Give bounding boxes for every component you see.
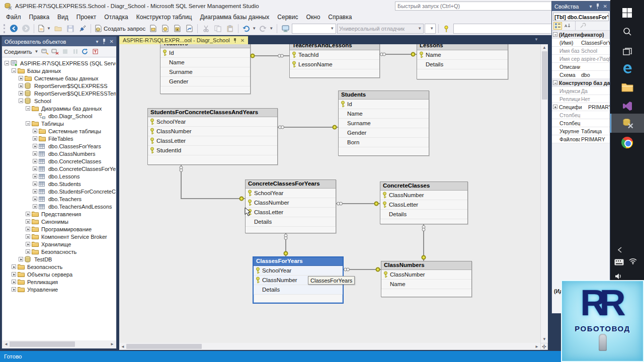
menu-item-9[interactable]: Окно — [302, 13, 324, 22]
tree-item-dbo-teachers[interactable]: dbo.Teachers — [3, 195, 116, 203]
table-field-gender[interactable]: Gender — [160, 77, 250, 86]
dropdown-icon[interactable]: ▼ — [47, 26, 51, 31]
table-field-schoolyear[interactable]: SchoolYear — [246, 189, 336, 198]
table-field-classnumber[interactable]: ClassNumber — [148, 127, 277, 136]
tree-item-компонент-service-broker[interactable]: Компонент Service Broker — [3, 233, 116, 240]
undo-button[interactable]: ▼ — [241, 23, 257, 34]
tree-item-aspire-r7-sqlexpress-sql-server-13-0-1[interactable]: ASPIRE-R7\SQLEXPRESS (SQL Server 13.0.1 — [3, 59, 116, 67]
tree-item-dbo-studentsforconcreteclassesandyears[interactable]: dbo.StudentsForConcreteClassesAndYears — [3, 188, 116, 195]
table-field-classletter[interactable]: ClassLetter — [148, 136, 277, 146]
expand-icon[interactable] — [26, 219, 30, 224]
expand-icon[interactable] — [26, 212, 30, 216]
diagram-table-lessons[interactable]: LessonsNameDetails — [417, 44, 508, 79]
tree-item-системные-таблицы[interactable]: Системные таблицы — [3, 127, 116, 135]
save-button[interactable] — [65, 23, 76, 34]
expand-icon[interactable] — [26, 242, 30, 246]
expand-icon[interactable] — [553, 105, 557, 109]
expand-icon[interactable] — [19, 76, 23, 80]
forward-button[interactable] — [20, 23, 31, 34]
expand-icon[interactable] — [33, 204, 37, 209]
table-field-studentid[interactable]: StudentId — [148, 146, 277, 155]
paste-button[interactable] — [224, 23, 235, 34]
table-field-classnumber[interactable]: ClassNumber — [381, 270, 471, 280]
alphabetical-sort-icon[interactable]: А — [564, 22, 572, 30]
expand-icon[interactable] — [33, 166, 37, 171]
property-section-конструктор-баз-данн[interactable]: Конструктор баз данн — [552, 79, 610, 87]
table-field-id[interactable]: Id — [160, 48, 250, 58]
property-row-описани[interactable]: Описани — [552, 63, 610, 71]
taskbar-search-icon[interactable] — [610, 22, 644, 41]
tray-keyboard-icon[interactable] — [614, 258, 624, 267]
menu-item-5[interactable]: Отладка — [100, 13, 132, 22]
connect-button[interactable]: Соединить — [4, 49, 32, 55]
tree-item-filetables[interactable]: FileTables — [3, 135, 116, 142]
property-row-специфи[interactable]: СпецифиPRIMARY — [552, 103, 610, 111]
menu-item-10[interactable]: Справка — [324, 13, 356, 22]
tree-item-dbo-students[interactable]: dbo.Students — [3, 180, 116, 188]
menu-item-3[interactable]: Вид — [53, 13, 72, 22]
scroll-left-icon[interactable]: ◄ — [119, 344, 126, 349]
new-file-button[interactable]: ▼ — [37, 23, 52, 34]
connect-dropdown-icon[interactable]: ▼ — [35, 49, 39, 54]
collapse-icon[interactable] — [26, 121, 30, 126]
dropdown-icon[interactable]: ▼ — [252, 26, 256, 31]
property-row-файлова[interactable]: ФайловаPRIMARY — [552, 135, 610, 143]
toolbar-combo-empty[interactable]: ▼ — [292, 24, 336, 34]
object-explorer-hscrollbar[interactable]: ◄ ► — [3, 340, 116, 348]
scroll-down-icon[interactable]: ▼ — [541, 336, 548, 343]
dropdown-icon[interactable]: ▼ — [269, 26, 273, 31]
tree-item-dbo-concreteclassesforyears[interactable]: dbo.ConcreteClassesForYears — [3, 165, 116, 172]
collapse-icon[interactable] — [553, 80, 557, 85]
scroll-right-icon[interactable]: ► — [109, 342, 116, 346]
table-field-name[interactable]: Name — [160, 58, 250, 67]
tree-item-dbo-teachersandlessons[interactable]: dbo.TeachersAndLessons — [3, 203, 116, 210]
table-field-details[interactable]: Details — [380, 210, 467, 219]
toolbar-grip[interactable] — [4, 24, 6, 33]
collapse-icon[interactable] — [553, 32, 557, 37]
table-field-classnumber[interactable]: ClassNumber — [380, 191, 467, 200]
tree-item-безопасность[interactable]: Безопасность — [3, 248, 116, 255]
expand-icon[interactable] — [33, 151, 37, 156]
table-field-name[interactable]: Name — [417, 50, 508, 60]
expand-icon[interactable] — [26, 227, 30, 231]
table-field-classletter[interactable]: ClassLetter — [380, 200, 467, 210]
tree-item-таблицы[interactable]: Таблицы — [3, 120, 116, 127]
table-field-schoolyear[interactable]: SchoolYear — [254, 266, 343, 276]
diagram-table-studentsforconcreteclassesandyears[interactable]: StudentsForConcreteClassesAndYearsSchool… — [147, 108, 278, 165]
filter-icon[interactable] — [91, 48, 99, 55]
tree-item-dbo-concreteclasses[interactable]: dbo.ConcreteClasses — [3, 157, 116, 165]
scroll-right-icon[interactable]: ► — [533, 344, 540, 349]
tree-item-dbo-diagr-school[interactable]: dbo.Diagr_School — [3, 112, 116, 120]
table-field-id[interactable]: Id — [339, 100, 429, 109]
quick-launch-search[interactable]: Быстрый запуск (Ctrl+Q) — [395, 2, 566, 11]
table-field-classnumber[interactable]: ClassNumber — [246, 198, 336, 208]
tree-item-dbo-classesforyears[interactable]: dbo.ClassesForYears — [3, 142, 116, 150]
expand-icon[interactable] — [33, 129, 37, 133]
properties-header[interactable]: Свойства ▾ ✕ — [552, 2, 610, 11]
diagram-table-concreteclasses[interactable]: ConcreteClassesClassNumberClassLetterDet… — [380, 182, 468, 224]
expand-icon[interactable] — [19, 83, 23, 88]
window-menu-icon[interactable]: ▾ — [96, 39, 99, 44]
tray-expand-chevron-icon[interactable] — [617, 246, 622, 255]
tree-item-диаграммы-баз-данных[interactable]: Диаграммы баз данных — [3, 105, 116, 112]
property-section--идентификатор-[interactable]: (Идентификатор) — [552, 31, 610, 39]
table-field-schoolyear[interactable]: SchoolYear — [148, 117, 277, 127]
open-button[interactable] — [53, 23, 64, 34]
hscrollbar-thumb[interactable] — [126, 344, 202, 349]
tray-wifi-icon[interactable] — [628, 257, 637, 266]
table-field-lessonname[interactable]: LessonName — [290, 60, 379, 69]
debugger-combo[interactable]: Универсальный отладчик▼ — [337, 24, 424, 34]
table-field-surname[interactable]: Surname — [160, 67, 250, 77]
tree-item-безопасность[interactable]: Безопасность — [3, 263, 116, 270]
diagram-hscrollbar[interactable]: ◄ ► — [119, 343, 540, 350]
table-field-surname[interactable]: Surname — [339, 119, 429, 128]
tab-close-icon[interactable]: ✕ — [240, 38, 245, 43]
expand-icon[interactable] — [33, 197, 37, 201]
table-field-details[interactable]: Details — [417, 60, 508, 69]
categorized-view-icon[interactable] — [553, 22, 562, 30]
diagram-table-teachersandlessons[interactable]: TeachersAndLessonsTeachIdLessonName — [289, 44, 380, 78]
disconnect-server-icon[interactable] — [51, 48, 59, 55]
expand-icon[interactable] — [19, 91, 23, 96]
table-field-details[interactable]: Details — [246, 217, 336, 227]
connect-server-icon[interactable] — [41, 48, 49, 55]
